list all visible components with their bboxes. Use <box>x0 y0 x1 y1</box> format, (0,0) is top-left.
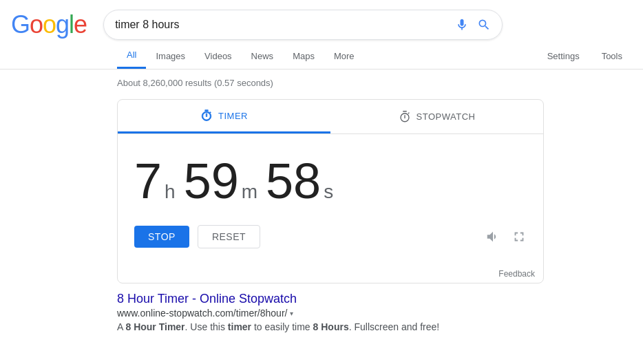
nav-item-tools[interactable]: Tools <box>592 44 632 68</box>
minutes-unit: m <box>242 181 257 203</box>
tab-stopwatch-label: STOPWATCH <box>417 111 476 122</box>
seconds-value: 58 <box>266 156 321 206</box>
logo-o2: o <box>43 10 56 39</box>
timer-widget: TIMER STOPWATCH 7h 59m 58s STOP <box>117 99 544 283</box>
tab-timer-label: TIMER <box>218 111 248 121</box>
stopwatch-tab-icon <box>399 111 411 123</box>
nav-item-videos[interactable]: Videos <box>195 44 242 68</box>
logo-e: e <box>74 10 87 39</box>
logo-o1: o <box>30 10 43 39</box>
snippet-bold-2: timer <box>228 321 251 332</box>
timer-time: 7h 59m 58s <box>134 156 527 206</box>
result-url-text: www.online-stopwatch.com/timer/8hour/ <box>117 308 287 319</box>
tab-timer[interactable]: TIMER <box>118 100 330 133</box>
result-snippet: A 8 Hour Timer. Use this timer to easily… <box>117 320 530 334</box>
result-url: www.online-stopwatch.com/timer/8hour/ ▾ <box>117 308 530 319</box>
snippet-mid: . Use this <box>185 321 228 332</box>
nav-item-more[interactable]: More <box>324 44 364 68</box>
snippet-bold-1: 8 Hour Timer <box>125 321 185 332</box>
seconds-unit: s <box>324 181 333 203</box>
logo-text: Google <box>11 10 87 39</box>
search-input[interactable] <box>115 19 455 31</box>
snippet-suffix: to easily time <box>251 321 313 332</box>
nav-bar: All Images Videos News Maps More Setting… <box>0 43 643 69</box>
nav-item-all[interactable]: All <box>117 43 146 69</box>
google-logo[interactable]: Google <box>11 10 87 39</box>
search-icons <box>455 18 491 32</box>
timer-display: 7h 59m 58s STOP RESET <box>118 134 543 265</box>
search-bar <box>103 10 503 40</box>
feedback-row[interactable]: Feedback <box>118 265 543 283</box>
timer-tab-icon <box>200 109 213 122</box>
search-result: 8 Hour Timer - Online Stopwatch www.onli… <box>117 292 530 334</box>
widget-tabs: TIMER STOPWATCH <box>118 100 543 134</box>
mic-icon[interactable] <box>455 18 469 32</box>
header: Google <box>0 0 643 40</box>
dropdown-arrow-icon[interactable]: ▾ <box>290 310 293 317</box>
hours-value: 7 <box>134 156 162 206</box>
snippet-end: . Fullscreen and free! <box>349 321 440 332</box>
widget-action-icons <box>485 229 527 244</box>
nav-item-settings[interactable]: Settings <box>538 44 589 68</box>
result-title[interactable]: 8 Hour Timer - Online Stopwatch <box>117 292 297 306</box>
volume-icon[interactable] <box>485 229 500 244</box>
search-icon[interactable] <box>477 18 491 32</box>
nav-item-maps[interactable]: Maps <box>283 44 324 68</box>
hours-unit: h <box>165 181 176 203</box>
logo-g: G <box>11 10 30 39</box>
minutes-value: 59 <box>184 156 239 206</box>
nav-item-images[interactable]: Images <box>146 44 195 68</box>
timer-buttons: STOP RESET <box>134 225 527 248</box>
logo-g2: g <box>56 10 69 39</box>
feedback-label: Feedback <box>498 269 535 279</box>
fullscreen-icon[interactable] <box>512 229 527 244</box>
snippet-prefix: A <box>117 321 125 332</box>
nav-item-news[interactable]: News <box>242 44 284 68</box>
results-area: About 8,260,000 results (0.57 seconds) T… <box>0 69 643 334</box>
stop-button[interactable]: STOP <box>134 226 189 248</box>
nav-right: Settings Tools <box>538 44 643 68</box>
result-stats: About 8,260,000 results (0.57 seconds) <box>117 75 643 88</box>
reset-button[interactable]: RESET <box>198 225 260 248</box>
tab-stopwatch[interactable]: STOPWATCH <box>330 100 543 133</box>
snippet-bold-3: 8 Hours <box>313 321 349 332</box>
